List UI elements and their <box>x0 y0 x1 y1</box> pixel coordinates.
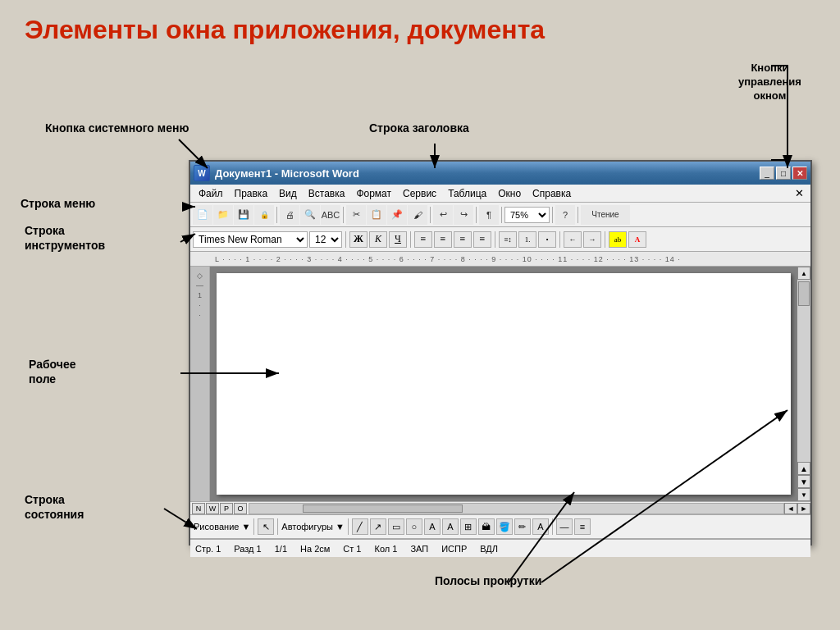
document-area: ◇ — 1 · · ▲ ▲ ▼ ▼ <box>190 267 810 501</box>
fmt-sep5 <box>605 231 605 248</box>
highlight-button[interactable]: ab <box>609 231 627 248</box>
autoshapes-menu[interactable]: Автофигуры ▼ <box>281 522 345 532</box>
bold-button[interactable]: Ж <box>349 231 368 248</box>
scroll-thumb[interactable] <box>798 281 810 306</box>
font-color-tool[interactable]: A <box>532 518 549 535</box>
align-left[interactable]: ≡ <box>414 231 432 248</box>
image-tool[interactable]: 🏔 <box>478 518 495 535</box>
align-justify[interactable]: ≡ <box>473 231 491 248</box>
document-page[interactable] <box>217 273 791 495</box>
increase-indent[interactable]: → <box>583 231 601 248</box>
print-button[interactable]: 🖨 <box>280 205 299 225</box>
align-center[interactable]: ≡ <box>434 231 452 248</box>
ruler-num1: 1 <box>198 291 202 299</box>
document-scroll-area[interactable] <box>210 267 797 501</box>
ruler-num3: · <box>199 311 201 319</box>
menu-file[interactable]: Файл <box>194 186 228 201</box>
undo-button[interactable]: ↩ <box>433 205 453 225</box>
line-tool[interactable]: ╱ <box>352 518 368 535</box>
toolbar-sep4 <box>476 207 477 223</box>
toolbar-sep3 <box>430 207 431 223</box>
print-view-btn[interactable]: P <box>220 503 233 514</box>
line-spacing[interactable]: ≡↕ <box>499 231 517 248</box>
scroll-page-down[interactable]: ▼ <box>797 475 810 488</box>
arrow-tool[interactable]: ↗ <box>370 518 386 535</box>
align-right[interactable]: ≡ <box>454 231 472 248</box>
scroll-down-arrow[interactable]: ▼ <box>797 488 810 501</box>
spell-button[interactable]: ABC <box>321 205 340 225</box>
paste-button[interactable]: 📌 <box>387 205 407 225</box>
label-status-bar: Строкасостояния <box>25 492 84 522</box>
outline-view-btn[interactable]: O <box>234 503 247 514</box>
preview-button[interactable]: 🔍 <box>300 205 320 225</box>
normal-view-btn[interactable]: N <box>192 503 205 514</box>
ruler-marks: L · · · · 1 · · · · 2 · · · · 3 · · · · … <box>215 255 681 263</box>
menu-format[interactable]: Формат <box>351 186 396 201</box>
ruler-num2: · <box>199 301 201 309</box>
help-button[interactable]: ? <box>555 205 575 225</box>
ellipse-tool[interactable]: ○ <box>406 518 422 535</box>
wordart-tool[interactable]: A <box>442 518 459 535</box>
close-button[interactable]: ✕ <box>792 167 807 180</box>
open-button[interactable]: 📁 <box>213 205 233 225</box>
zoom-select[interactable]: 75% 100% 150% <box>504 207 550 223</box>
new-button[interactable]: 📄 <box>193 205 212 225</box>
italic-button[interactable]: К <box>369 231 387 248</box>
rect-tool[interactable]: ▭ <box>388 518 404 535</box>
h-scroll-right[interactable]: ► <box>797 503 810 514</box>
label-menu-bar: Строка меню <box>21 197 95 210</box>
reading-button[interactable]: Чтение <box>581 205 630 225</box>
pilcrow-button[interactable]: ¶ <box>479 205 499 225</box>
copy-button[interactable]: 📋 <box>367 205 386 225</box>
scroll-up-arrow[interactable]: ▲ <box>797 267 810 280</box>
menu-bar: Файл Правка Вид Вставка Формат Сервис Та… <box>190 185 810 203</box>
menu-close-btn[interactable]: ✕ <box>792 187 807 199</box>
menu-tools[interactable]: Сервис <box>398 186 441 201</box>
redo-button[interactable]: ↪ <box>454 205 473 225</box>
decrease-indent[interactable]: ← <box>564 231 582 248</box>
font-select[interactable]: Times New Roman Arial <box>193 231 308 248</box>
maximize-button[interactable]: □ <box>776 167 791 180</box>
menu-help[interactable]: Справка <box>527 186 576 201</box>
line-style-tool[interactable]: — <box>556 518 573 535</box>
underline-button[interactable]: Ч <box>389 231 407 248</box>
fmt-sep3 <box>495 231 495 248</box>
draw-sep2 <box>277 518 278 535</box>
format-toolbar: Times New Roman Arial 12 10 14 Ж К Ч ≡ ≡… <box>190 227 810 252</box>
line-color-tool[interactable]: ✏ <box>514 518 531 535</box>
status-bar: Стр. 1 Разд 1 1/1 На 2см Ст 1 Кол 1 ЗАП … <box>190 539 810 557</box>
menu-edit[interactable]: Правка <box>230 186 273 201</box>
cut-button[interactable]: ✂ <box>346 205 366 225</box>
toolbar-sep7 <box>578 207 578 223</box>
title-bar-text: Документ1 - Microsoft Word <box>215 167 760 180</box>
numbering[interactable]: 1. <box>518 231 536 248</box>
menu-view[interactable]: Вид <box>274 186 302 201</box>
permission-button[interactable]: 🔒 <box>254 205 274 225</box>
vertical-scrollbar[interactable]: ▲ ▲ ▼ ▼ <box>797 267 810 501</box>
menu-table[interactable]: Таблица <box>443 186 491 201</box>
font-size-select[interactable]: 12 10 14 <box>309 231 342 248</box>
horizontal-scrollbar[interactable] <box>249 503 784 514</box>
drawing-menu[interactable]: Рисование ▼ <box>194 522 250 532</box>
h-scroll-left[interactable]: ◄ <box>784 503 797 514</box>
h-scroll-thumb[interactable] <box>303 504 463 513</box>
fill-color-tool[interactable]: 🪣 <box>496 518 513 535</box>
select-tool[interactable]: ↖ <box>258 518 274 535</box>
font-color-button[interactable]: A <box>628 231 646 248</box>
save-button[interactable]: 💾 <box>234 205 253 225</box>
ruler: L · · · · 1 · · · · 2 · · · · 3 · · · · … <box>190 252 810 267</box>
status-page: Стр. 1 <box>195 544 221 554</box>
scroll-page-up[interactable]: ▲ <box>797 462 810 475</box>
format-painter[interactable]: 🖌 <box>408 205 427 225</box>
minimize-button[interactable]: _ <box>760 167 774 180</box>
label-work-area: Рабочееполе <box>29 357 76 386</box>
web-view-btn[interactable]: W <box>206 503 219 514</box>
menu-insert[interactable]: Вставка <box>304 186 350 201</box>
ruler-content: L · · · · 1 · · · · 2 · · · · 3 · · · · … <box>215 252 797 266</box>
textbox-tool[interactable]: A <box>424 518 441 535</box>
bullets[interactable]: • <box>538 231 556 248</box>
menu-window[interactable]: Окно <box>493 186 526 201</box>
diagram-tool[interactable]: ⊞ <box>460 518 477 535</box>
horizontal-scrollbar-area: N W P O ◄ ► <box>190 501 810 514</box>
line-weight-tool[interactable]: ≡ <box>574 518 591 535</box>
